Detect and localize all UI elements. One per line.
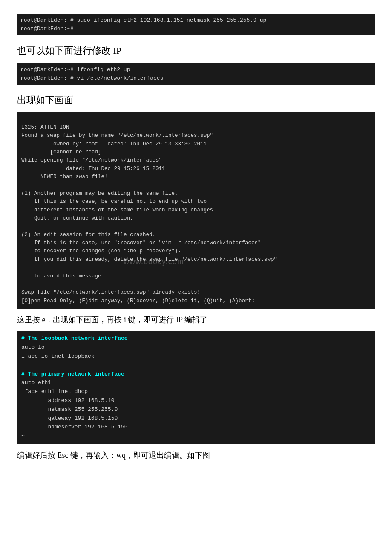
- terminal-vi-line: root@DarkEden:~# vi /etc/network/interfa…: [20, 75, 163, 81]
- vi-line-auto-lo: auto lo: [21, 344, 45, 350]
- vi-line-address: address 192.168.5.10: [21, 397, 114, 404]
- terminal-block-attention: E325: ATTENTION Found a swap file by the…: [17, 112, 375, 309]
- body-text-1: 这里按 e，出现如下画面，再按 i 键，即可进行 IP 编辑了: [17, 313, 375, 327]
- vi-line-tilde: ~: [21, 433, 25, 439]
- terminal-ifconfig-line: root@DarkEden:~# ifconfig eth2 up: [20, 66, 130, 73]
- vi-line-auto-eth1: auto eth1: [21, 379, 51, 386]
- vi-line-loopback-comment: # The loopback network interface: [21, 335, 128, 341]
- terminal-attention-content: E325: ATTENTION Found a swap file by the…: [21, 124, 277, 304]
- section-heading-2: 出现如下画面: [17, 92, 375, 107]
- terminal-block-vi-content: # The loopback network interface auto lo…: [17, 331, 375, 444]
- body-text-2: 编辑好后按 Esc 键，再输入：wq，即可退出编辑。如下图: [17, 448, 375, 462]
- terminal-block-1: root@DarkEden:~# sudo ifconfig eth2 192.…: [17, 14, 375, 35]
- terminal-block-2: root@DarkEden:~# ifconfig eth2 up root@D…: [17, 63, 375, 85]
- vi-line-iface-lo: iface lo inet loopback: [21, 353, 95, 359]
- terminal-line-2: root@DarkEden:~#: [20, 26, 77, 32]
- terminal-line-1: root@DarkEden:~# sudo ifconfig eth2 192.…: [20, 17, 266, 23]
- vi-line-netmask: netmask 255.255.255.0: [21, 406, 118, 413]
- vi-line-nameserver: nameserver 192.168.5.150: [21, 424, 128, 430]
- vi-line-iface-eth1: iface eth1 inet dhcp: [21, 388, 88, 395]
- section-heading-1: 也可以如下面进行修改 IP: [17, 43, 375, 58]
- vi-line-primary-comment: # The primary network interface: [21, 371, 124, 377]
- vi-line-gateway: gateway 192.168.5.150: [21, 415, 118, 422]
